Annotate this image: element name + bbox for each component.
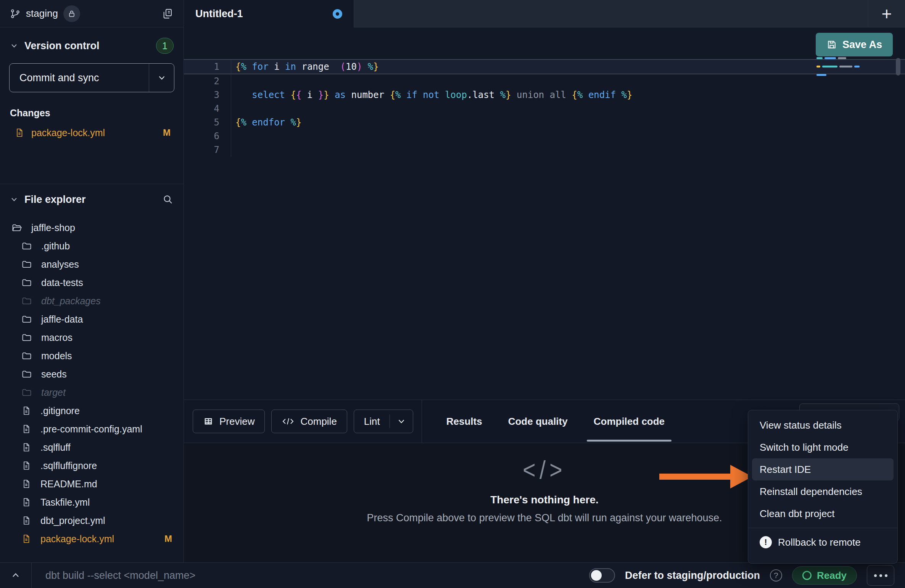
- code-line-7[interactable]: 7: [184, 143, 905, 157]
- folder-icon: [21, 296, 32, 306]
- editor-tabstrip: Untitled-1 +: [184, 0, 905, 27]
- tree-item-macros[interactable]: macros: [0, 328, 184, 347]
- commit-options-chevron[interactable]: [149, 64, 174, 92]
- file-tree: jaffle-shop.githubanalysesdata-testsdbt_…: [0, 218, 184, 548]
- line-content: [231, 143, 905, 157]
- line-number: 2: [184, 76, 231, 87]
- menu-item-restart-ide[interactable]: Restart IDE: [752, 458, 894, 480]
- more-options-button[interactable]: [867, 565, 894, 586]
- changes-list: package-lock.ymlM: [0, 124, 184, 141]
- tab-results[interactable]: Results: [433, 400, 495, 443]
- tree-item-models[interactable]: models: [0, 347, 184, 365]
- changes-count-badge: 1: [156, 38, 174, 54]
- annotation-arrow: [659, 465, 752, 488]
- file-icon: [21, 479, 31, 489]
- command-input[interactable]: dbt build --select <model_name>: [45, 570, 195, 582]
- git-branch-icon: [10, 8, 21, 19]
- code-editor[interactable]: Save As 1{% for i in range (10) %}23 sel…: [184, 27, 905, 400]
- tree-item-.pre-commit-config.yaml[interactable]: .pre-commit-config.yaml: [0, 420, 184, 438]
- branch-name[interactable]: staging: [26, 8, 58, 19]
- commit-and-sync-button[interactable]: Commit and sync: [9, 63, 174, 92]
- collapse-bar-button[interactable]: [0, 563, 32, 588]
- menu-item-reinstall-dependencies[interactable]: Reinstall dependencies: [752, 480, 894, 503]
- folder-icon: [21, 314, 32, 325]
- tree-item-jaffle-data[interactable]: jaffle-data: [0, 310, 184, 328]
- chevron-up-icon: [11, 570, 21, 580]
- panel-buttons: PreviewCompileLint: [184, 410, 413, 433]
- commit-and-sync-label: Commit and sync: [10, 72, 99, 84]
- tree-item-target[interactable]: target: [0, 383, 184, 402]
- changes-label: Changes: [0, 108, 184, 119]
- new-tab-button[interactable]: +: [868, 0, 905, 27]
- preview-label: Preview: [219, 416, 254, 427]
- file-explorer-header[interactable]: File explorer: [0, 190, 184, 209]
- chevron-down-icon: [10, 195, 18, 204]
- tree-item-jaffle-shop[interactable]: jaffle-shop: [0, 218, 184, 237]
- tree-item-label: jaffle-data: [41, 314, 83, 325]
- tree-item-package-lock.yml[interactable]: package-lock.ymlM: [0, 530, 184, 548]
- code-line-5[interactable]: 5{% endfor %}: [184, 116, 905, 129]
- save-as-button[interactable]: Save As: [816, 33, 893, 56]
- status-badge[interactable]: Ready: [792, 566, 857, 585]
- code-line-1[interactable]: 1{% for i in range (10) %}: [184, 59, 905, 74]
- file-explorer-title: File explorer: [24, 194, 86, 206]
- version-control-header[interactable]: Version control 1: [0, 37, 184, 55]
- code-line-4[interactable]: 4: [184, 102, 905, 116]
- save-as-label: Save As: [842, 39, 882, 51]
- tab-untitled-1[interactable]: Untitled-1: [184, 0, 354, 27]
- file-icon: [21, 516, 31, 525]
- tree-item-Taskfile.yml[interactable]: Taskfile.yml: [0, 493, 184, 511]
- changed-file-package-lock.yml[interactable]: package-lock.ymlM: [0, 124, 184, 141]
- help-icon[interactable]: ?: [770, 569, 782, 582]
- lint-button[interactable]: Lint: [354, 410, 413, 433]
- tree-item-README.md[interactable]: README.md: [0, 475, 184, 493]
- tree-item-.sqlfluffignore[interactable]: .sqlfluffignore: [0, 456, 184, 475]
- version-control-title: Version control: [24, 40, 100, 52]
- tree-item-dbt_project.yml[interactable]: dbt_project.yml: [0, 511, 184, 530]
- tree-item-label: .pre-commit-config.yaml: [40, 424, 142, 435]
- menu-item-clean-dbt-project[interactable]: Clean dbt project: [752, 503, 894, 525]
- copy-icon[interactable]: [161, 8, 174, 20]
- tree-item-label: .github: [41, 241, 70, 252]
- line-content: {% endfor %}: [231, 116, 905, 129]
- tree-item-data-tests[interactable]: data-tests: [0, 273, 184, 292]
- panel-divider: [422, 400, 422, 443]
- tree-item-.sqlfluff[interactable]: .sqlfluff: [0, 438, 184, 456]
- minimap[interactable]: [816, 57, 867, 78]
- menu-item-view-status-details[interactable]: View status details: [752, 414, 894, 436]
- compile-label: Compile: [300, 416, 337, 427]
- compile-button[interactable]: Compile: [271, 410, 347, 433]
- tree-item-.github[interactable]: .github: [0, 237, 184, 255]
- preview-button[interactable]: Preview: [193, 410, 265, 433]
- folder-icon: [21, 387, 32, 398]
- code-line-6[interactable]: 6: [184, 129, 905, 143]
- tab-compiled-code[interactable]: Compiled code: [581, 400, 678, 443]
- line-number: 6: [184, 131, 231, 141]
- code-line-3[interactable]: 3 select {{ i }} as number {% if not loo…: [184, 88, 905, 102]
- defer-toggle[interactable]: [589, 568, 615, 583]
- menu-item-label: Reinstall dependencies: [760, 486, 862, 498]
- menu-item-label: Clean dbt project: [760, 508, 835, 520]
- code-lines[interactable]: 1{% for i in range (10) %}23 select {{ i…: [184, 59, 905, 157]
- tab-code-quality[interactable]: Code quality: [495, 400, 581, 443]
- tree-item-label: .gitignore: [40, 405, 80, 416]
- modified-badge: M: [163, 127, 171, 138]
- unsaved-dot-icon: [333, 9, 342, 19]
- defer-label: Defer to staging/production: [625, 570, 760, 582]
- tree-item-.gitignore[interactable]: .gitignore: [0, 402, 184, 420]
- menu-item-switch-to-light-mode[interactable]: Switch to light mode: [752, 436, 894, 458]
- tree-item-dbt_packages[interactable]: dbt_packages: [0, 292, 184, 310]
- line-number: 5: [184, 117, 231, 128]
- line-number: 3: [184, 90, 231, 100]
- menu-item-rollback-to-remote[interactable]: !Rollback to remote: [752, 531, 894, 553]
- chevron-down-icon[interactable]: [390, 414, 406, 428]
- tree-item-label: data-tests: [41, 277, 83, 288]
- tree-item-analyses[interactable]: analyses: [0, 255, 184, 273]
- panel-tabs: ResultsCode qualityCompiled code: [433, 400, 678, 443]
- line-number: 7: [184, 145, 231, 155]
- tree-item-label: jaffle-shop: [31, 222, 75, 233]
- editor-scrollbar[interactable]: [896, 58, 900, 76]
- search-icon[interactable]: [162, 194, 174, 205]
- tree-item-seeds[interactable]: seeds: [0, 365, 184, 383]
- code-line-2[interactable]: 2: [184, 74, 905, 88]
